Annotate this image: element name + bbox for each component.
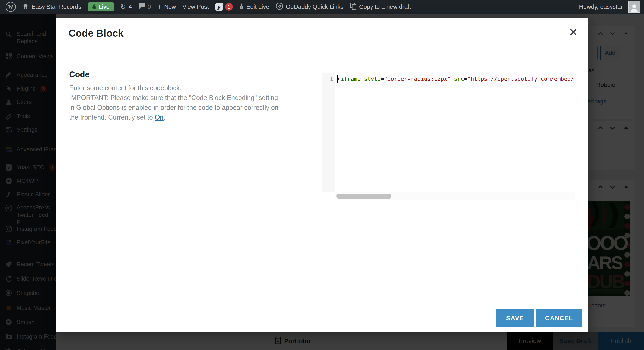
flame-icon xyxy=(92,3,96,11)
code-token: style xyxy=(364,76,380,82)
code-token: src xyxy=(454,76,464,82)
wp-logo-menu[interactable]: W xyxy=(6,2,16,12)
home-icon xyxy=(22,3,29,11)
admin-bar: W Easy Star Records Live ↻ 4 0 + New Vie… xyxy=(0,0,644,14)
howdy-label: Howdy, easystar xyxy=(579,3,623,10)
copy-draft-link[interactable]: Copy to a new draft xyxy=(350,2,411,11)
code-section-heading: Code xyxy=(69,70,90,79)
new-menu[interactable]: + New xyxy=(158,3,176,10)
close-button[interactable] xyxy=(558,18,588,47)
live-badge[interactable]: Live xyxy=(88,2,114,11)
updates-menu[interactable]: ↻ 4 xyxy=(120,3,132,10)
godaddy-icon xyxy=(276,2,283,11)
avatar xyxy=(628,1,640,13)
godaddy-menu[interactable]: GoDaddy Quick Links xyxy=(276,2,344,11)
description-line: in Global Options is enabled in order fo… xyxy=(69,103,304,113)
edit-live-menu[interactable]: Edit Live xyxy=(239,3,269,11)
edit-live-flame-icon xyxy=(239,3,244,11)
code-editor[interactable]: 1 <iframe style="border-radius:12px" src… xyxy=(322,73,576,200)
horizontal-scrollbar[interactable] xyxy=(335,192,576,200)
code-token: = xyxy=(464,76,468,82)
copy-pages-icon xyxy=(350,2,357,11)
modal-title: Code Block xyxy=(68,27,124,39)
code-token: "https://open.spotify.com/embed/t xyxy=(468,76,576,82)
code-scroll-area[interactable]: <iframe style="border-radius:12px" src="… xyxy=(335,73,576,192)
cancel-button[interactable]: CANCEL xyxy=(536,309,582,327)
updates-count: 4 xyxy=(129,3,132,10)
code-section-description: Enter some content for this codeblock. I… xyxy=(69,83,304,122)
view-post-link[interactable]: View Post xyxy=(182,3,209,10)
scrollbar-thumb[interactable] xyxy=(336,194,392,199)
view-post-label: View Post xyxy=(182,3,209,10)
yoast-icon: y xyxy=(215,3,223,11)
edit-live-label: Edit Live xyxy=(246,3,269,10)
description-line: the frontend. Currently set to On. xyxy=(69,113,304,122)
code-token: < xyxy=(337,76,341,82)
wordpress-logo-icon: W xyxy=(6,2,16,12)
modal-header: Code Block xyxy=(56,18,588,47)
description-line: Enter some content for this codeblock. xyxy=(69,83,304,93)
live-badge-label: Live xyxy=(98,3,110,10)
copy-draft-label: Copy to a new draft xyxy=(359,3,411,10)
code-token xyxy=(451,76,454,82)
comments-menu[interactable]: 0 xyxy=(138,3,151,11)
site-menu[interactable]: Easy Star Records xyxy=(22,3,81,11)
code-token: "border-radius:12px" xyxy=(384,76,451,82)
code-line: <iframe style="border-radius:12px" src="… xyxy=(337,76,576,82)
on-setting-link[interactable]: On xyxy=(155,114,164,121)
code-token xyxy=(361,76,364,82)
close-icon xyxy=(569,28,578,37)
updates-icon: ↻ xyxy=(120,3,126,10)
comment-bubble-icon xyxy=(138,3,145,11)
editor-gutter: 1 xyxy=(322,73,336,192)
site-name: Easy Star Records xyxy=(32,3,81,10)
line-number: 1 xyxy=(330,76,333,82)
godaddy-label: GoDaddy Quick Links xyxy=(286,3,344,10)
text-cursor xyxy=(337,75,338,83)
new-label: New xyxy=(164,3,176,10)
code-token: iframe xyxy=(341,76,361,82)
account-menu[interactable]: Howdy, easystar xyxy=(579,1,640,13)
code-token: = xyxy=(381,76,384,82)
code-block-modal: Code Block Code Enter some content for t… xyxy=(56,18,588,332)
comments-count: 0 xyxy=(148,3,151,10)
plus-icon: + xyxy=(158,3,162,10)
save-button[interactable]: SAVE xyxy=(496,309,534,327)
yoast-menu[interactable]: y 1 xyxy=(215,3,233,11)
modal-footer: SAVE CANCEL xyxy=(56,303,588,332)
description-line: IMPORTANT: Please make sure that the "Co… xyxy=(69,93,304,103)
yoast-notification-badge: 1 xyxy=(225,3,233,11)
